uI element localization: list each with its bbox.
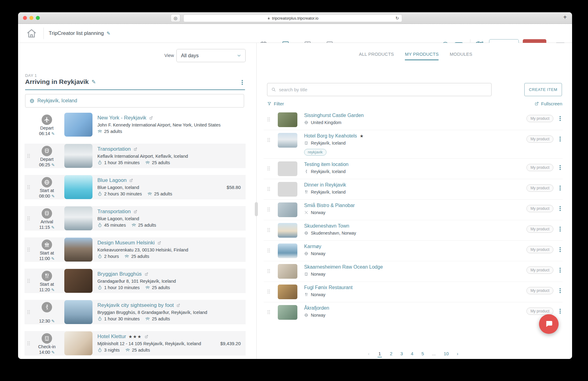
product-menu-icon[interactable] <box>560 247 561 252</box>
page-button[interactable]: ‹ <box>368 351 370 357</box>
product-row[interactable]: Smiå Bistro & Pianobar Norway My product <box>264 200 563 220</box>
itinerary-card[interactable]: Arrival 11:15✎ Transportation <box>24 206 246 231</box>
day-menu-icon[interactable] <box>242 80 243 85</box>
home-icon[interactable] <box>26 28 37 39</box>
page-button[interactable]: 2 <box>390 351 392 357</box>
product-title[interactable]: Skaarnesheimen Raw Ocean Lodge <box>304 264 383 270</box>
extension-badge[interactable]: ◎ <box>171 14 180 22</box>
filter-button[interactable]: Filter <box>267 101 284 106</box>
page-button[interactable]: › <box>457 351 458 357</box>
product-row[interactable]: Skudeneshavn Town Skudeneshavn, Norway M… <box>264 220 563 241</box>
reload-icon[interactable]: ↻ <box>395 16 399 21</box>
page-button[interactable]: 10 <box>444 351 449 357</box>
external-link-icon[interactable] <box>157 241 161 245</box>
drag-handle-icon[interactable] <box>267 289 270 294</box>
edit-time-icon[interactable]: ✎ <box>51 194 55 198</box>
product-row[interactable]: Sissinghurst Castle Garden United Kingdo… <box>264 110 563 130</box>
product-title[interactable]: Dinner in Reykjavik <box>304 182 346 188</box>
external-link-icon[interactable] <box>149 116 153 120</box>
product-menu-icon[interactable] <box>560 309 561 314</box>
edit-title-icon[interactable]: ✎ <box>107 31 111 36</box>
product-menu-icon[interactable] <box>560 116 561 121</box>
itinerary-card[interactable]: Start at 11:20✎ Bryggjan Brugghús <box>24 269 246 293</box>
product-row[interactable]: Karmøy Norway My product <box>264 241 563 261</box>
itinerary-card[interactable]: Depart 06:14✎ New York - Reykjavik <box>24 112 246 137</box>
view-select[interactable]: All days <box>176 49 246 62</box>
item-title[interactable]: Reykjavik city sightseeing by foot <box>97 302 174 308</box>
product-title[interactable]: Hotel Borg by Keahotels <box>304 133 357 139</box>
product-menu-icon[interactable] <box>560 137 561 141</box>
itinerary-card[interactable]: 12:30✎ Reykjavik city sightseeing by foo… <box>24 300 246 324</box>
drag-handle-icon[interactable] <box>27 216 30 221</box>
drag-handle-icon[interactable] <box>267 166 270 171</box>
minimize-window-button[interactable] <box>29 16 33 20</box>
fullscreen-button[interactable]: Fullscreen <box>534 101 562 106</box>
zoom-window-button[interactable] <box>36 16 40 20</box>
itinerary-card[interactable]: Start at 08:00✎ Blue Lagoon <box>24 175 246 199</box>
itinerary-card[interactable]: Start at 11:00✎ Design Museum Helsinki <box>24 237 246 262</box>
page-button[interactable]: 5 <box>421 351 424 357</box>
product-menu-icon[interactable] <box>560 227 561 232</box>
product-menu-icon[interactable] <box>560 165 561 170</box>
item-title[interactable]: Transportation <box>97 209 131 215</box>
page-button[interactable]: 1 <box>378 351 382 357</box>
product-row[interactable]: Testing item location Reykjavík, Iceland… <box>264 159 563 179</box>
drag-handle-icon[interactable] <box>27 310 30 314</box>
item-title[interactable]: Transportation <box>97 146 131 152</box>
drag-handle-icon[interactable] <box>27 185 30 189</box>
product-title[interactable]: Sissinghurst Castle Garden <box>304 113 364 118</box>
drag-handle-icon[interactable] <box>27 341 30 345</box>
product-row[interactable]: Hotel Borg by Keahotels ★ Reykjavík, Ice… <box>264 130 563 159</box>
drag-handle-icon[interactable] <box>27 247 30 252</box>
external-link-icon[interactable] <box>176 303 180 307</box>
item-title[interactable]: Hotel Klettur <box>97 334 126 340</box>
itinerary-card[interactable]: Depart 06:25✎ Transportation <box>24 144 246 168</box>
search-input[interactable] <box>279 87 488 92</box>
product-title[interactable]: Karmøy <box>304 244 321 249</box>
edit-time-icon[interactable]: ✎ <box>51 288 55 292</box>
products-tab[interactable]: MY PRODUCTS <box>405 52 439 60</box>
edit-time-icon[interactable]: ✎ <box>51 350 55 355</box>
page-button[interactable]: 3 <box>400 351 403 357</box>
product-menu-icon[interactable] <box>560 186 561 190</box>
panel-resize-handle[interactable] <box>255 202 258 216</box>
edit-time-icon[interactable]: ✎ <box>51 319 55 323</box>
product-title[interactable]: Smiå Bistro & Pianobar <box>304 203 355 208</box>
drag-handle-icon[interactable] <box>27 279 30 283</box>
product-menu-icon[interactable] <box>560 206 561 211</box>
item-title[interactable]: Blue Lagoon <box>97 177 126 183</box>
drag-handle-icon[interactable] <box>267 228 270 232</box>
edit-time-icon[interactable]: ✎ <box>51 256 55 261</box>
product-row[interactable]: Fugl Fønix Restaurant Norway My product <box>264 282 563 302</box>
product-title[interactable]: Testing item location <box>304 162 349 167</box>
product-title[interactable]: Åkrafjorden <box>304 305 329 311</box>
drag-handle-icon[interactable] <box>267 248 270 253</box>
page-button[interactable]: ... <box>432 351 436 357</box>
favorite-star-icon[interactable]: ★ <box>360 134 364 138</box>
close-window-button[interactable] <box>23 16 27 20</box>
drag-handle-icon[interactable] <box>267 269 270 273</box>
products-tab[interactable]: MODULES <box>450 52 472 60</box>
drag-handle-icon[interactable] <box>267 310 270 314</box>
product-row[interactable]: Åkrafjorden Norway My product <box>264 302 563 323</box>
product-title[interactable]: Skudeneshavn Town <box>304 223 349 229</box>
create-item-button[interactable]: CREATE ITEM <box>524 83 562 96</box>
item-title[interactable]: New York - Reykjavik <box>97 115 146 121</box>
external-link-icon[interactable] <box>144 272 149 276</box>
edit-time-icon[interactable]: ✎ <box>51 131 55 136</box>
item-title[interactable]: Bryggjan Brugghús <box>97 271 142 277</box>
product-menu-icon[interactable] <box>560 288 561 293</box>
edit-day-title-icon[interactable]: ✎ <box>92 79 96 85</box>
products-tab[interactable]: ALL PRODUCTS <box>359 52 394 60</box>
edit-time-icon[interactable]: ✎ <box>51 225 55 230</box>
product-menu-icon[interactable] <box>560 268 561 273</box>
drag-handle-icon[interactable] <box>267 187 270 191</box>
product-row[interactable]: Dinner in Reykjavik Reykjavík, Iceland M… <box>264 179 563 200</box>
itinerary-card[interactable]: Check-in 14:00✎ Hotel Klettur ★★★ <box>24 331 246 356</box>
page-button[interactable]: 4 <box>411 351 413 357</box>
drag-handle-icon[interactable] <box>267 117 270 122</box>
drag-handle-icon[interactable] <box>267 207 270 212</box>
external-link-icon[interactable] <box>133 209 138 214</box>
external-link-icon[interactable] <box>129 178 133 183</box>
day-location-field[interactable]: Reykjavík, Iceland <box>25 94 244 108</box>
